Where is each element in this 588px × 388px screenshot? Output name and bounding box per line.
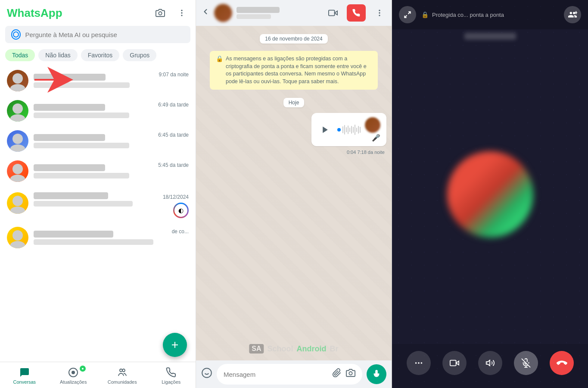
nav-chats[interactable]: Conversas <box>0 366 49 386</box>
svg-point-36 <box>415 362 417 364</box>
wave-bar <box>358 126 359 134</box>
svg-point-31 <box>349 372 352 375</box>
phone-call-highlighted[interactable] <box>347 4 366 22</box>
chat-item[interactable]: 6:49 da tarde <box>0 96 196 126</box>
chat-item[interactable]: 5:45 da tarde <box>0 156 196 186</box>
svg-marker-41 <box>486 360 489 366</box>
chat-info <box>34 134 153 148</box>
meta-ai-button[interactable]: ◐ <box>173 203 189 218</box>
search-bar[interactable] <box>5 26 190 43</box>
svg-point-13 <box>10 175 25 182</box>
chat-item[interactable]: 9:07 da noite <box>0 66 196 96</box>
speaker-button[interactable] <box>478 351 502 375</box>
add-participant-button[interactable] <box>564 6 581 23</box>
avatar <box>7 192 28 214</box>
meta-ai-icon <box>11 29 21 40</box>
filter-tab-favorites[interactable]: Favoritos <box>81 49 120 61</box>
header-icons <box>153 6 189 20</box>
video-toggle-button[interactable] <box>442 351 467 375</box>
avatar <box>7 70 28 91</box>
call-encryption-text: Protegida co... ponta a ponta <box>432 12 504 18</box>
filter-tab-all[interactable]: Todas <box>5 49 35 61</box>
call-avatar <box>447 151 533 238</box>
app-title: WhatsApp <box>7 6 62 20</box>
chat-preview <box>34 143 129 148</box>
avatar <box>7 227 28 248</box>
lock-icon: 🔒 <box>421 11 429 18</box>
svg-marker-22 <box>335 11 337 15</box>
chat-more-menu[interactable] <box>373 6 386 20</box>
watermark-br: Br <box>330 344 339 354</box>
watermark: SA School Android Br <box>249 344 338 354</box>
nav-communities[interactable]: Comunidades <box>98 366 147 386</box>
back-button[interactable] <box>201 7 210 19</box>
play-button[interactable] <box>317 122 333 138</box>
message-input[interactable] <box>224 371 328 378</box>
right-panel: 🔒 Protegida co... ponta a ponta <box>392 0 588 388</box>
voice-sender-avatar <box>365 117 380 133</box>
chat-item[interactable]: 18/12/2024 ◐ <box>0 186 196 222</box>
nav-communities-label: Comunidades <box>108 379 137 385</box>
encryption-text: As mensagens e as ligações são protegida… <box>226 55 372 85</box>
mic-button[interactable] <box>367 364 386 384</box>
more-options-button[interactable] <box>407 351 431 375</box>
red-arrow <box>34 67 73 94</box>
middle-panel: 16 de novembro de 2024 🔒 As mensagens e … <box>196 0 392 388</box>
call-contact-name <box>464 33 516 40</box>
encryption-notice[interactable]: 🔒 As mensagens e as ligações são protegi… <box>210 51 378 90</box>
more-menu-icon[interactable] <box>175 6 189 20</box>
svg-point-1 <box>181 10 182 11</box>
chat-item[interactable]: 6:45 da tarde <box>0 126 196 156</box>
filter-tab-groups[interactable]: Grupos <box>123 49 156 61</box>
today-badge: Hoje <box>201 98 386 106</box>
svg-point-38 <box>420 362 422 364</box>
chat-header-info <box>236 7 322 19</box>
svg-point-37 <box>418 362 420 364</box>
filter-tab-unread[interactable]: Não lidas <box>38 49 77 61</box>
chat-time: 5:45 da tarde <box>158 160 189 168</box>
search-input[interactable] <box>25 31 184 38</box>
phone-call-button[interactable] <box>349 6 363 20</box>
svg-point-28 <box>202 368 212 378</box>
contact-avatar[interactable] <box>214 4 232 22</box>
svg-point-26 <box>379 15 380 16</box>
left-header: WhatsApp <box>0 0 196 24</box>
avatar <box>7 100 28 122</box>
chat-info <box>34 104 153 118</box>
svg-point-8 <box>12 103 23 114</box>
contact-status <box>236 14 271 19</box>
filter-tabs: Todas Não lidas Favoritos Grupos <box>0 47 196 66</box>
svg-point-12 <box>12 164 23 174</box>
new-chat-button[interactable] <box>163 333 187 357</box>
svg-point-16 <box>12 230 23 241</box>
chat-name <box>34 104 105 111</box>
svg-rect-23 <box>329 10 335 16</box>
chat-name <box>34 192 108 199</box>
nav-calls[interactable]: Ligações <box>147 366 196 386</box>
nav-updates[interactable]: ● Atualizações <box>49 366 98 386</box>
svg-point-9 <box>10 114 25 122</box>
contact-name <box>236 7 280 13</box>
nav-updates-label: Atualizações <box>60 379 87 385</box>
chat-preview <box>34 173 129 178</box>
emoji-button[interactable] <box>201 367 212 381</box>
shrink-call-button[interactable] <box>399 6 416 23</box>
svg-marker-27 <box>323 126 328 133</box>
mute-button[interactable] <box>514 351 538 375</box>
video-call-button[interactable] <box>326 6 340 20</box>
svg-point-11 <box>10 144 25 152</box>
camera-button[interactable] <box>346 368 355 380</box>
updates-badge: ● <box>80 366 86 372</box>
chat-info <box>34 164 153 178</box>
end-call-button[interactable] <box>550 351 574 375</box>
attach-button[interactable] <box>332 368 342 380</box>
chat-item[interactable]: de co... <box>0 222 196 253</box>
left-panel: WhatsApp Todas Não lidas Favoritos Grupo… <box>0 0 196 388</box>
wave-bar <box>349 128 350 132</box>
today-text: Hoje <box>283 98 305 107</box>
camera-icon[interactable] <box>153 6 167 20</box>
voice-message[interactable]: 🎤 <box>311 113 386 146</box>
chat-preview <box>34 113 129 118</box>
svg-rect-40 <box>450 360 456 366</box>
nav-calls-label: Ligações <box>162 379 180 385</box>
